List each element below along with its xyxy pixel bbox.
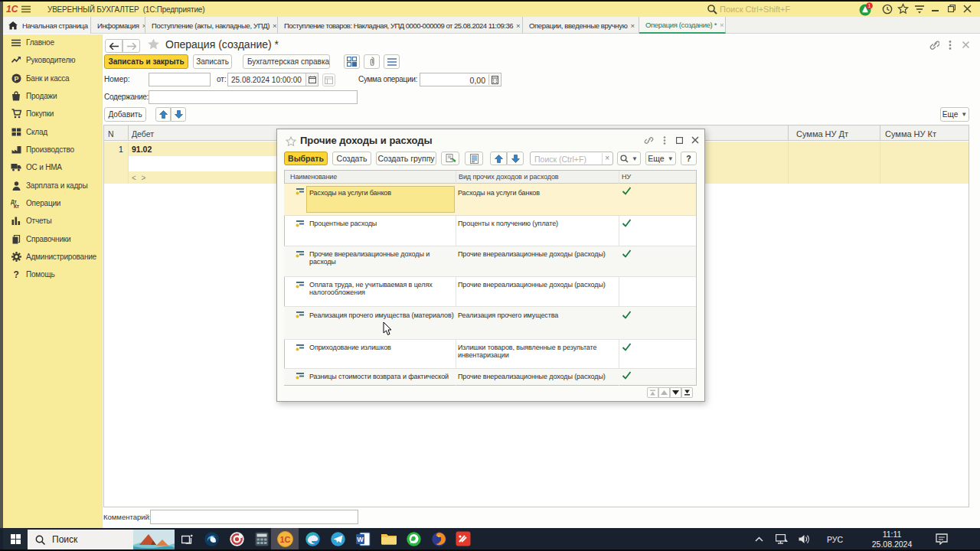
svg-text:1С: 1С xyxy=(279,535,290,544)
svg-text:Кт: Кт xyxy=(14,203,19,208)
svg-text:1: 1 xyxy=(868,3,871,8)
svg-text:W: W xyxy=(357,536,364,543)
svg-text:P: P xyxy=(14,75,18,83)
